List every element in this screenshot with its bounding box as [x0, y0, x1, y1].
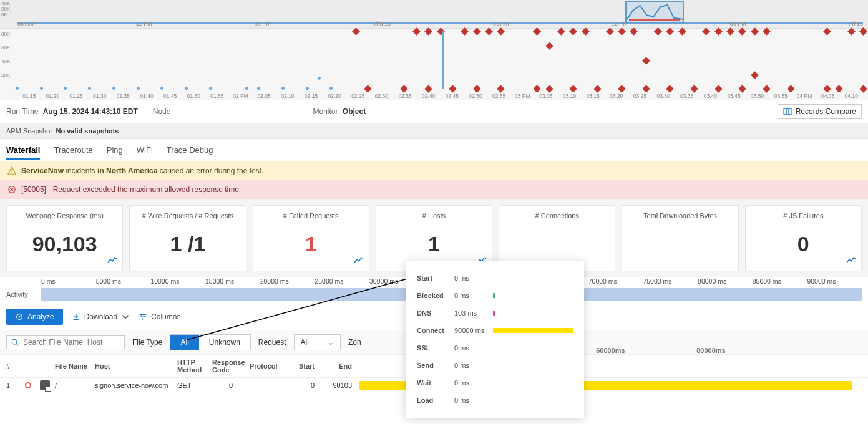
failure-point[interactable]	[859, 85, 867, 93]
failure-point[interactable]	[678, 27, 686, 36]
failure-point[interactable]	[401, 85, 409, 93]
tab-wifi[interactable]: WiFi	[137, 140, 153, 160]
failure-point[interactable]	[582, 27, 590, 36]
failure-point[interactable]	[726, 27, 734, 36]
failure-point[interactable]	[751, 27, 759, 36]
failure-point[interactable]	[847, 27, 856, 36]
failure-point[interactable]	[751, 71, 759, 79]
error-banner: [50005] - Request exceeded the maximum a…	[0, 180, 868, 199]
failure-point[interactable]	[606, 27, 614, 36]
success-point[interactable]	[184, 86, 188, 90]
failure-point[interactable]	[485, 27, 493, 36]
card-title: # Wire Requests / # Requests	[137, 212, 238, 229]
failure-point[interactable]	[823, 27, 831, 36]
tooltip-row: Start0 ms	[417, 269, 573, 287]
download-icon	[72, 312, 80, 321]
success-point[interactable]	[245, 86, 249, 90]
tab-ping[interactable]: Ping	[107, 140, 123, 160]
failure-point[interactable]	[412, 27, 421, 36]
analyze-button[interactable]: Analyze	[6, 309, 63, 325]
card-trend-button[interactable]	[107, 255, 117, 267]
failure-point[interactable]	[835, 85, 843, 93]
failure-point[interactable]	[859, 27, 867, 36]
success-point[interactable]	[281, 86, 285, 90]
failure-point[interactable]	[473, 27, 481, 36]
failure-point[interactable]	[570, 85, 578, 93]
tab-traceroute[interactable]: Traceroute	[54, 140, 92, 160]
failure-point[interactable]	[787, 85, 795, 93]
success-point[interactable]	[15, 86, 19, 90]
failure-point[interactable]	[714, 27, 723, 36]
success-point[interactable]	[208, 86, 213, 90]
failure-point[interactable]	[618, 27, 626, 36]
failure-point[interactable]	[666, 85, 674, 93]
success-point[interactable]	[305, 86, 310, 90]
failure-point[interactable]	[630, 27, 638, 36]
success-point[interactable]	[256, 86, 261, 90]
success-point[interactable]	[317, 76, 321, 80]
failure-point[interactable]	[473, 85, 481, 93]
failure-point[interactable]	[618, 85, 626, 93]
failure-point[interactable]	[545, 42, 553, 50]
success-point[interactable]	[39, 86, 44, 90]
svg-rect-0	[784, 109, 786, 115]
brush-error-underline	[629, 19, 681, 21]
overview-brush-selection[interactable]	[625, 1, 685, 23]
failure-point[interactable]	[823, 85, 831, 93]
search-input-wrap[interactable]	[6, 335, 125, 349]
search-input[interactable]	[23, 338, 120, 347]
success-point[interactable]	[160, 86, 164, 90]
failure-point[interactable]	[690, 85, 698, 93]
download-button[interactable]: Download	[72, 312, 130, 321]
failure-point[interactable]	[497, 85, 505, 93]
failure-point[interactable]	[545, 85, 553, 93]
card-value: 1	[261, 232, 361, 256]
detail-chart[interactable]: 80K 60K 40K 20K 01:1501:2001:2501:3001:3…	[0, 29, 868, 100]
failure-point[interactable]	[424, 27, 432, 36]
failure-point[interactable]	[654, 27, 662, 36]
failure-point[interactable]	[364, 85, 372, 93]
failure-point[interactable]	[424, 85, 432, 93]
records-compare-button[interactable]: Records Compare	[778, 104, 862, 119]
failure-point[interactable]	[739, 85, 747, 93]
failure-point[interactable]	[763, 85, 771, 93]
filetype-all[interactable]: All	[170, 335, 198, 350]
filetype-unknown[interactable]: Unknown	[199, 335, 250, 350]
failure-point[interactable]	[557, 27, 565, 36]
failure-point[interactable]	[533, 27, 541, 36]
failure-point[interactable]	[449, 85, 457, 93]
failure-point[interactable]	[497, 27, 505, 36]
failure-point[interactable]	[702, 27, 710, 36]
search-icon	[11, 338, 19, 347]
card-trend-button[interactable]	[846, 255, 856, 267]
failure-point[interactable]	[593, 85, 602, 93]
monitor-label: Monitor	[313, 107, 338, 116]
failure-point[interactable]	[714, 85, 723, 93]
failure-point[interactable]	[461, 27, 469, 36]
success-point[interactable]	[136, 86, 140, 90]
success-point[interactable]	[329, 86, 333, 90]
request-label: Request	[258, 338, 286, 347]
success-point[interactable]	[112, 86, 116, 90]
overview-x-axis: 06 AM12 PM06 PMThu 1506 AM12 PM06 PMFri …	[17, 21, 863, 27]
failure-point[interactable]	[739, 27, 747, 36]
columns-button[interactable]: Columns	[139, 312, 180, 321]
failure-point[interactable]	[642, 57, 650, 65]
filetype-segment: All Unknown	[170, 334, 250, 350]
failure-point[interactable]	[666, 27, 674, 36]
svg-line-13	[16, 344, 18, 345]
tab-waterfall[interactable]: Waterfall	[6, 140, 40, 160]
warning-icon	[7, 166, 16, 175]
card-trend-button[interactable]	[354, 255, 364, 267]
failure-point[interactable]	[533, 85, 541, 93]
request-select[interactable]: All⌄	[294, 334, 341, 350]
card-value: 0	[753, 232, 854, 256]
tab-trace-debug[interactable]: Trace Debug	[167, 140, 213, 160]
success-point[interactable]	[87, 86, 92, 90]
failure-point[interactable]	[570, 27, 578, 36]
overview-chart[interactable]: 40K 20K 0K 06 AM12 PM06 PMThu 1506 AM12 …	[0, 0, 868, 29]
failure-point[interactable]	[352, 27, 360, 36]
success-point[interactable]	[63, 86, 67, 90]
failure-point[interactable]	[763, 27, 771, 36]
failure-point[interactable]	[642, 85, 650, 93]
